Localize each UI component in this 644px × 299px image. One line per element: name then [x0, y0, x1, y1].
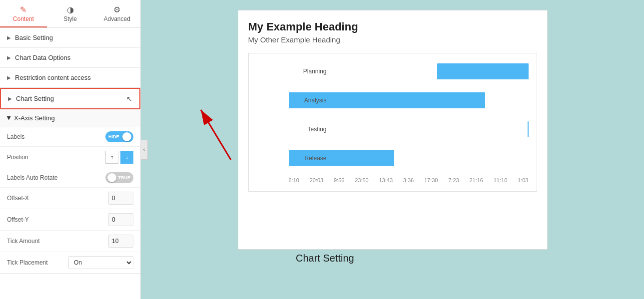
auto-rotate-toggle[interactable]: TRUE [105, 172, 133, 183]
bar-testing [528, 121, 529, 137]
setting-row-tick-placement: Tick Placement On Off Between [0, 252, 140, 274]
x-axis-settings-body: Labels HIDE Position ↑ ↓ Labels Auto [0, 127, 140, 274]
arrow-restriction: ▶ [7, 75, 11, 80]
tick-6: 17:30 [424, 177, 438, 183]
accordion-header-basic-setting[interactable]: ▶ Basic Setting [0, 28, 140, 47]
setting-row-offset-y: Offset-Y [0, 209, 140, 231]
chart-row-release: Release [289, 148, 529, 168]
position-down-btn[interactable]: ↓ [120, 151, 133, 164]
accordion-label-chart-data-options: Chart Data Options [15, 54, 70, 61]
accordion-label-x-axis-setting: X-Axis Setting [14, 114, 55, 122]
right-content: My Example Heading My Other Example Head… [141, 0, 644, 299]
accordion-header-x-axis-setting[interactable]: ▶ X-Axis Setting [0, 109, 140, 127]
setting-label-position: Position [7, 154, 28, 161]
content-icon: ✎ [20, 5, 26, 14]
tab-advanced-label: Advanced [103, 15, 130, 22]
offset-y-input[interactable] [108, 213, 133, 226]
tick-7: 7:23 [448, 177, 459, 183]
bar-label-analysis: Analysis [297, 97, 327, 104]
toggle-knob [122, 132, 131, 141]
tab-content[interactable]: ✎ Content [0, 0, 47, 27]
tab-style[interactable]: ◑ Style [47, 0, 94, 27]
bar-planning [437, 63, 528, 79]
accordion-label-restriction: Restriction content access [15, 74, 91, 81]
annotation-container: Chart Setting [296, 253, 354, 264]
accordion-label-basic-setting: Basic Setting [15, 34, 53, 41]
left-panel: ✎ Content ◑ Style ⚙ Advanced ▶ Basic Set… [0, 0, 141, 299]
offset-y-control [108, 213, 133, 226]
tick-placement-select[interactable]: On Off Between [68, 256, 133, 269]
tick-10: 1:03 [518, 177, 528, 183]
tab-style-label: Style [63, 15, 77, 22]
auto-rotate-control: TRUE [105, 172, 133, 183]
setting-label-tick-amount: Tick Amount [7, 238, 40, 245]
accordion-header-chart-setting[interactable]: ▶ Chart Setting [1, 89, 139, 108]
position-control: ↑ ↓ [105, 151, 133, 164]
arrow-chart-data-options: ▶ [7, 55, 11, 60]
tick-4: 13:43 [379, 177, 393, 183]
accordion-basic-setting: ▶ Basic Setting [0, 28, 140, 48]
tab-content-label: Content [13, 15, 34, 22]
tick-2: 9:56 [334, 177, 344, 183]
setting-label-tick-placement: Tick Placement [7, 259, 48, 266]
accordion-chart-setting: ▶ Chart Setting ↖ [0, 88, 140, 109]
setting-row-labels-auto-rotate: Labels Auto Rotate TRUE [0, 168, 140, 188]
svg-line-1 [201, 110, 231, 160]
tick-3: 23:50 [355, 177, 369, 183]
arrow-chart-setting: ▶ [8, 96, 12, 101]
tick-placement-control: On Off Between [68, 256, 133, 269]
bar-label-release: Release [297, 155, 327, 162]
style-icon: ◑ [67, 5, 74, 14]
setting-row-labels: Labels HIDE [0, 127, 140, 147]
auto-rotate-knob [107, 173, 116, 182]
chart-container: My Example Heading My Other Example Head… [238, 10, 548, 250]
cursor-indicator: ↖ [126, 95, 132, 103]
chart-area: Planning Analysis Testing Release 6:10 2… [248, 53, 537, 192]
tick-5: 3:36 [403, 177, 414, 183]
x-axis-ticks: 6:10 20:03 9:56 23:50 13:43 3:36 17:30 7… [289, 177, 529, 183]
annotation-text: Chart Setting [296, 253, 354, 264]
auto-rotate-label-text: TRUE [117, 175, 132, 180]
setting-row-offset-x: Offset-X [0, 188, 140, 209]
advanced-icon: ⚙ [113, 5, 120, 14]
labels-control: HIDE [105, 131, 133, 142]
chart-main-title: My Example Heading [248, 20, 537, 33]
chart-sub-title: My Other Example Heading [248, 35, 537, 44]
accordion-restriction: ▶ Restriction content access [0, 68, 140, 88]
arrow-x-axis: ▶ [6, 116, 12, 120]
tick-8: 21:16 [469, 177, 483, 183]
tick-amount-control [108, 235, 133, 248]
setting-label-offset-x: Offset-X [7, 195, 29, 202]
accordion-x-axis-setting: ▶ X-Axis Setting Labels HIDE Position ↑ [0, 109, 140, 274]
tick-9: 11:10 [494, 177, 508, 183]
chart-row-planning: Planning [289, 61, 529, 81]
setting-label-offset-y: Offset-Y [7, 216, 29, 223]
accordion-label-chart-setting: Chart Setting [16, 95, 54, 102]
setting-label-auto-rotate: Labels Auto Rotate [7, 174, 57, 181]
arrow-basic-setting: ▶ [7, 35, 11, 40]
tick-0: 6:10 [289, 177, 299, 183]
chart-row-testing: Testing [289, 119, 529, 139]
setting-label-labels: Labels [7, 133, 24, 140]
collapse-panel-button[interactable]: ‹ [141, 140, 148, 160]
tick-amount-input[interactable] [108, 235, 133, 248]
accordion-header-restriction[interactable]: ▶ Restriction content access [0, 68, 140, 87]
setting-row-position: Position ↑ ↓ [0, 147, 140, 168]
position-up-btn[interactable]: ↑ [105, 151, 118, 164]
accordion-chart-data-options: ▶ Chart Data Options [0, 48, 140, 68]
tab-advanced[interactable]: ⚙ Advanced [93, 0, 140, 27]
labels-toggle[interactable]: HIDE [105, 131, 133, 142]
setting-row-tick-amount: Tick Amount [0, 231, 140, 252]
offset-x-input[interactable] [108, 192, 133, 205]
offset-x-control [108, 192, 133, 205]
bar-label-planning: Planning [297, 68, 327, 75]
tabs: ✎ Content ◑ Style ⚙ Advanced [0, 0, 140, 28]
toggle-label-text: HIDE [107, 134, 120, 139]
tick-1: 20:03 [310, 177, 324, 183]
chart-row-analysis: Analysis [289, 90, 529, 110]
accordion-header-chart-data-options[interactable]: ▶ Chart Data Options [0, 48, 140, 67]
bar-label-testing: Testing [297, 126, 327, 133]
